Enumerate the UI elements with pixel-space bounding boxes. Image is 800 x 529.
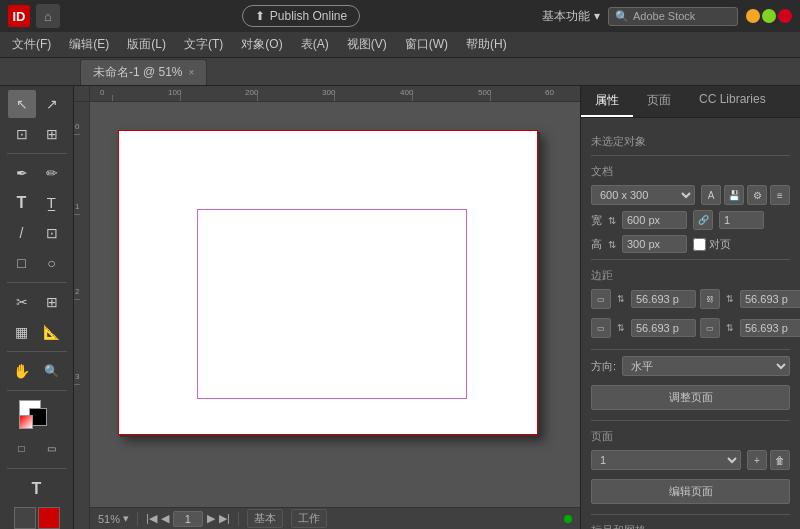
no-selection-label: 未选定对象: [591, 134, 790, 149]
right-panel: 属性 页面 CC Libraries 未选定对象 文档 600 x 300 A …: [580, 86, 800, 529]
margin-right-row: ⛓ ⇅: [700, 289, 800, 309]
zoom-tool[interactable]: 🔍: [38, 357, 66, 385]
delete-page-button[interactable]: 🗑: [770, 450, 790, 470]
preview-mode-btn[interactable]: ▭: [38, 435, 66, 463]
margin-bottom-input[interactable]: [631, 319, 696, 337]
measure-tool[interactable]: 📐: [38, 318, 66, 346]
page-white[interactable]: [118, 130, 538, 435]
facing-checkbox[interactable]: [693, 238, 706, 251]
edit-page-button[interactable]: 编辑页面: [591, 479, 790, 504]
tab-cc-libraries[interactable]: CC Libraries: [685, 86, 780, 117]
margin-left-up-icon: ⇅: [726, 323, 734, 333]
next-page-button[interactable]: ▶: [207, 512, 215, 525]
base-mode-label: 基本: [247, 509, 283, 528]
first-page-button[interactable]: |◀: [146, 512, 157, 525]
width-link-icon[interactable]: 🔗: [693, 210, 713, 230]
pen-tool[interactable]: ✒: [8, 159, 36, 187]
ruler-horizontal: 0 100 200 300 400 500 60: [90, 86, 580, 102]
menu-view[interactable]: 视图(V): [339, 33, 395, 56]
type-path-tool[interactable]: T̲: [38, 189, 66, 217]
transform-tool[interactable]: ⊞: [38, 288, 66, 316]
last-page-button[interactable]: ▶|: [219, 512, 230, 525]
status-indicator: [564, 515, 572, 523]
gradient-feather-tool[interactable]: ▦: [8, 318, 36, 346]
margin-top-input[interactable]: [631, 290, 696, 308]
normal-mode-btn[interactable]: □: [8, 435, 36, 463]
tab-pages[interactable]: 页面: [633, 86, 685, 117]
ruler-v-2: 2: [75, 287, 79, 296]
line-tool[interactable]: /: [8, 219, 36, 247]
menu-object[interactable]: 对象(O): [233, 33, 290, 56]
margin-left-input[interactable]: [740, 319, 800, 337]
swatch-2[interactable]: [38, 507, 60, 529]
search-icon: 🔍: [615, 10, 629, 23]
tab-properties[interactable]: 属性: [581, 86, 633, 117]
rect-tool[interactable]: □: [8, 249, 36, 277]
menu-table[interactable]: 表(A): [293, 33, 337, 56]
workspace-selector[interactable]: 基本功能 ▾: [542, 8, 600, 25]
doc-icon-more[interactable]: ≡: [770, 185, 790, 205]
stock-search-box[interactable]: 🔍 Adobe Stock: [608, 7, 738, 26]
type-bottom-tool[interactable]: T: [23, 476, 51, 503]
adjust-page-button[interactable]: 调整页面: [591, 385, 790, 410]
panel-divider-2: [591, 259, 790, 260]
minimize-button[interactable]: [746, 9, 760, 23]
page-number-input[interactable]: [173, 511, 203, 527]
ellipse-tool[interactable]: ○: [38, 249, 66, 277]
menu-edit[interactable]: 编辑(E): [61, 33, 117, 56]
color-swatches[interactable]: [19, 400, 55, 429]
tick-h-500: [490, 95, 491, 101]
hand-tool[interactable]: ✋: [8, 357, 36, 385]
menu-window[interactable]: 窗口(W): [397, 33, 456, 56]
doc-icon-save[interactable]: 💾: [724, 185, 744, 205]
zoom-control[interactable]: 51% ▾: [98, 512, 129, 525]
scissors-tool[interactable]: ✂: [8, 288, 36, 316]
close-button[interactable]: [778, 9, 792, 23]
page-canvas: [90, 102, 580, 529]
add-page-button[interactable]: +: [747, 450, 767, 470]
swatch-1[interactable]: [14, 507, 36, 529]
facing-row: 对页: [693, 237, 731, 252]
publish-online-button[interactable]: ⬆ Publish Online: [242, 5, 360, 27]
margin-top-up-icon: ⇅: [617, 294, 625, 304]
doc-icon-settings[interactable]: ⚙: [747, 185, 767, 205]
ruler-v-1: 1: [75, 202, 79, 211]
tool-divider-3: [7, 351, 67, 352]
menu-type[interactable]: 文字(T): [176, 33, 231, 56]
page-tool[interactable]: ⊡: [8, 120, 36, 148]
height-input[interactable]: [622, 235, 687, 253]
menu-help[interactable]: 帮助(H): [458, 33, 515, 56]
panel-divider-3: [591, 349, 790, 350]
select-tool[interactable]: ↖: [8, 90, 36, 118]
gap-tool[interactable]: ⊞: [38, 120, 66, 148]
home-button[interactable]: ⌂: [36, 4, 60, 28]
prev-page-button[interactable]: ◀: [161, 512, 169, 525]
ruler-vertical: 0 1 2 3: [74, 102, 90, 529]
menu-file[interactable]: 文件(F): [4, 33, 59, 56]
panel-tabs: 属性 页面 CC Libraries: [581, 86, 800, 118]
pages-input[interactable]: [719, 211, 764, 229]
page-num-row: 1 + 🗑: [591, 450, 790, 470]
doc-preset-icons: A 💾 ⚙ ≡: [701, 185, 790, 205]
work-mode-label: 工作: [291, 509, 327, 528]
document-tab[interactable]: 未命名-1 @ 51% ×: [80, 59, 207, 85]
maximize-button[interactable]: [762, 9, 776, 23]
rect-frame-tool[interactable]: ⊡: [38, 219, 66, 247]
chain-link-icon[interactable]: ⛓: [700, 289, 720, 309]
zoom-chevron-icon: ▾: [123, 512, 129, 525]
margin-right-input[interactable]: [740, 290, 800, 308]
menu-layout[interactable]: 版面(L): [119, 33, 174, 56]
width-input[interactable]: [622, 211, 687, 229]
menubar: 文件(F) 编辑(E) 版面(L) 文字(T) 对象(O) 表(A) 视图(V)…: [0, 32, 800, 58]
doc-icon-a[interactable]: A: [701, 185, 721, 205]
canvas-area[interactable]: 0 100 200 300 400 500 60 0 1 2 3: [74, 86, 580, 529]
type-tool[interactable]: T: [8, 189, 36, 217]
page-num-select[interactable]: 1: [591, 450, 741, 470]
doc-section-label: 文档: [591, 164, 790, 179]
direct-select-tool[interactable]: ↗: [38, 90, 66, 118]
doc-preset-select[interactable]: 600 x 300: [591, 185, 695, 205]
direction-select[interactable]: 水平: [622, 356, 790, 376]
margin-bottom-icon: ▭: [591, 318, 611, 338]
tab-close-button[interactable]: ×: [189, 67, 195, 78]
pencil-tool[interactable]: ✏: [38, 159, 66, 187]
